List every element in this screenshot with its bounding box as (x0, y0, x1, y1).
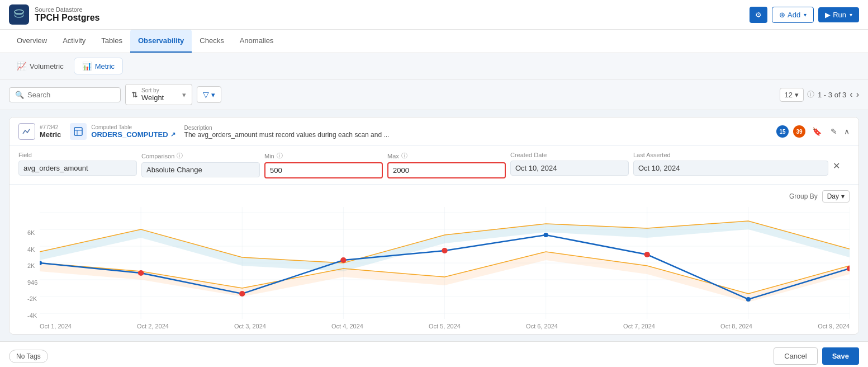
svg-point-24 (239, 291, 245, 297)
row-close-button[interactable]: ✕ (833, 161, 850, 171)
tab-overview[interactable]: Overview (9, 30, 55, 53)
created-date-group: Created Date Oct 10, 2024 (510, 152, 633, 176)
sort-chevron-icon: ▾ (182, 91, 186, 99)
x-label-oct1: Oct 1, 2024 (40, 323, 72, 330)
max-value[interactable]: 2000 (387, 162, 506, 178)
bookmark-icon[interactable]: 🔖 (810, 126, 824, 137)
comparison-info-icon: ⓘ (177, 152, 183, 160)
plus-icon: ⊕ (779, 11, 785, 19)
last-asserted-value: Oct 10, 2024 (633, 161, 828, 176)
metric-type-icon (18, 123, 35, 140)
y-label-946: 946 (27, 279, 37, 286)
source-label: Source Datastore (35, 6, 99, 13)
x-label-oct7: Oct 7, 2024 (623, 323, 655, 330)
chart-svg (40, 207, 850, 319)
external-link-icon: ↗ (170, 131, 176, 138)
no-tags-button[interactable]: No Tags (9, 350, 48, 363)
add-button[interactable]: ⊕ Add ▾ (772, 7, 814, 23)
chart-area: 6K 4K 2K 946 -2K -4K (18, 207, 850, 334)
alert-badge-blue[interactable]: 15 (776, 125, 789, 138)
svg-rect-2 (74, 128, 82, 135)
y-label-4k: 4K (27, 246, 37, 253)
search-box[interactable]: 🔍 (9, 87, 121, 102)
y-label-6k: 6K (27, 229, 37, 236)
created-date-value: Oct 10, 2024 (510, 161, 629, 176)
alert-badge-orange[interactable]: 39 (793, 125, 805, 138)
tab-activity[interactable]: Activity (55, 30, 93, 53)
x-label-oct5: Oct 5, 2024 (429, 323, 461, 330)
header-right: ⚙ ⊕ Add ▾ ▶ Run ▾ (750, 7, 859, 23)
app-logo (9, 4, 29, 25)
toolbar: 🔍 ⇅ Sort by Weight ▾ ▽ ▾ 12 ▾ ⓘ 1 - 3 of… (0, 79, 868, 110)
min-label: Min ⓘ (264, 152, 383, 160)
svg-point-27 (543, 233, 548, 237)
footer: No Tags Cancel Save (0, 341, 868, 367)
filter-chevron-icon: ▾ (211, 91, 215, 99)
max-info-icon: ⓘ (401, 152, 407, 160)
max-label: Max ⓘ (387, 152, 506, 160)
tab-observability[interactable]: Observability (130, 30, 192, 53)
header-title-group: Source Datastore TPCH Postgres (35, 6, 99, 23)
max-group: Max ⓘ 2000 (387, 152, 510, 178)
fields-row: Field avg_orders_amount Comparison ⓘ Abs… (10, 146, 858, 185)
tab-anomalies[interactable]: Anomalies (232, 30, 282, 53)
help-icon: ⓘ (807, 90, 814, 100)
datastore-title: TPCH Postgres (35, 13, 99, 23)
group-by-label: Group By (789, 192, 818, 200)
x-label-oct4: Oct 4, 2024 (331, 323, 363, 330)
toolbar-right: 12 ▾ ⓘ 1 - 3 of 3 ‹ › (780, 88, 859, 102)
y-label-minus4k: -4K (27, 312, 37, 319)
volumetric-icon: 📈 (17, 62, 26, 70)
group-by-select[interactable]: Day ▾ (822, 190, 850, 203)
settings-button[interactable]: ⚙ (750, 7, 767, 23)
description-text: The avg_orders_amount must record values… (184, 131, 767, 139)
y-label-minus2k: -2K (27, 295, 37, 302)
save-button[interactable]: Save (822, 347, 859, 365)
computed-table-info: Computed Table ORDERS_COMPUTED ↗ (70, 123, 175, 140)
chart-container: Group By Day ▾ 6K 4K 2K 946 -2K -4K (10, 185, 858, 334)
edit-icon[interactable]: ✎ (828, 126, 839, 137)
run-chevron-icon: ▾ (850, 12, 852, 18)
comparison-group: Comparison ⓘ Absolute Change (141, 152, 264, 177)
filter-icon: ▽ (203, 90, 209, 99)
last-asserted-group: Last Asserted Oct 10, 2024 (633, 152, 833, 176)
field-label: Field (18, 152, 137, 158)
svg-point-23 (138, 270, 144, 276)
sub-tabs: 📈 Volumetric 📊 Metric (0, 53, 868, 79)
x-label-oct8: Oct 8, 2024 (720, 323, 752, 330)
x-label-oct3: Oct 3, 2024 (234, 323, 266, 330)
footer-actions: Cancel Save (774, 347, 859, 365)
page-size-selector[interactable]: 12 ▾ (780, 88, 804, 102)
y-label-2k: 2K (27, 262, 37, 269)
group-by-chevron-icon: ▾ (841, 192, 845, 200)
tab-checks[interactable]: Checks (192, 30, 231, 53)
computed-table-label: Computed Table (91, 124, 175, 130)
card-area: #77342 Metric Computed Table ORDERS_COMP… (0, 110, 868, 341)
collapse-icon[interactable]: ∧ (844, 127, 850, 136)
cancel-button[interactable]: Cancel (774, 347, 817, 365)
last-asserted-label: Last Asserted (633, 152, 828, 158)
filter-button[interactable]: ▽ ▾ (197, 86, 221, 103)
pagesize-chevron-icon: ▾ (795, 91, 799, 99)
pagination-next-icon[interactable]: › (856, 90, 859, 100)
svg-point-25 (340, 257, 346, 263)
computed-table-icon (70, 123, 87, 140)
pagination-range: 1 - 3 of 3 (818, 91, 846, 99)
min-group: Min ⓘ 500 (264, 152, 387, 178)
field-group: Field avg_orders_amount (18, 152, 141, 176)
metric-type-label: Metric (40, 130, 61, 139)
app-header: Source Datastore TPCH Postgres ⚙ ⊕ Add ▾… (0, 0, 868, 30)
search-input[interactable] (27, 91, 115, 99)
run-button[interactable]: ▶ Run ▾ (818, 7, 859, 22)
svg-point-29 (746, 297, 751, 302)
tab-tables[interactable]: Tables (93, 30, 130, 53)
pagination-prev-icon[interactable]: ‹ (850, 90, 852, 100)
play-icon: ▶ (825, 11, 831, 19)
metric-card: #77342 Metric Computed Table ORDERS_COMP… (9, 117, 859, 335)
subtab-volumetric[interactable]: 📈 Volumetric (9, 58, 72, 74)
sort-select[interactable]: ⇅ Sort by Weight ▾ (125, 84, 192, 105)
subtab-metric[interactable]: 📊 Metric (74, 58, 123, 74)
comparison-value: Absolute Change (141, 162, 260, 177)
nav-tabs: Overview Activity Tables Observability C… (0, 30, 868, 53)
min-value[interactable]: 500 (264, 162, 383, 178)
